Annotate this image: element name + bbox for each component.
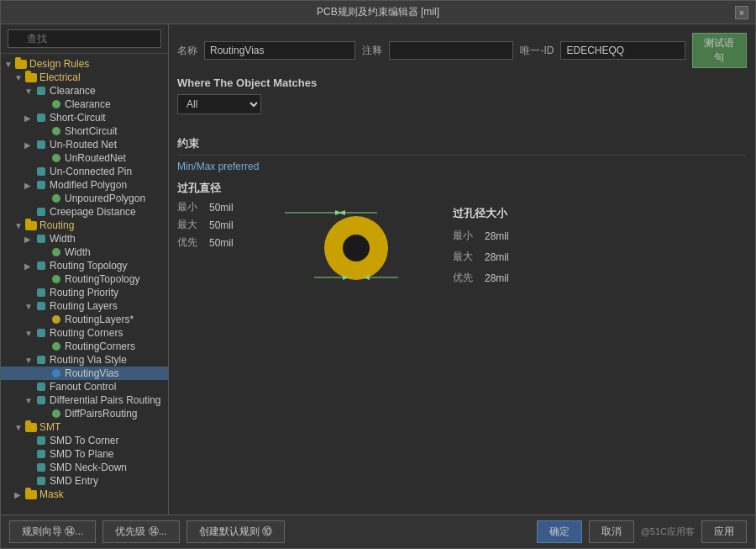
tree-label-clearance-item: Clearance (65, 98, 111, 110)
tree-item-modified-polygon[interactable]: ▶ Modified Polygon (1, 178, 168, 192)
min-label-hole: 最小 (453, 229, 478, 243)
pref-value-hole: 28mil (485, 272, 527, 284)
rule-icon-unconnected (34, 166, 48, 177)
rule-icon-smt-entry (34, 475, 48, 487)
tree-item-routing-layers-item[interactable]: RoutingLayers* (1, 313, 168, 326)
tree-label-electrical: Electrical (39, 71, 81, 83)
title-bar: PCB规则及约束编辑器 [mil] × (1, 1, 755, 24)
tree-item-smt-neck[interactable]: ▶ SMD Neck-Down (1, 461, 168, 474)
tree-item-routing-via-style[interactable]: ▼ Routing Via Style (1, 353, 168, 367)
rule-icon-smt-corner (34, 435, 48, 446)
constraints-section: 约束 Min/Max preferred 过孔直径 最小 50mil 最大 50… (177, 129, 747, 298)
cancel-button[interactable]: 取消 (589, 520, 634, 543)
tree-label-routing-priority: Routing Priority (50, 287, 118, 298)
arrow-routing-layers: ▼ (24, 302, 34, 311)
id-input[interactable] (560, 41, 685, 60)
tree-item-smt-entry[interactable]: ▶ SMD Entry (1, 474, 168, 488)
tree-label-unrouted-item: UnRoutedNet (65, 152, 126, 164)
rule-icon-short-circuit (34, 112, 48, 124)
tree-item-mask[interactable]: ▶ Mask (1, 488, 168, 501)
tree-label-rl-item: RoutingLayers* (65, 314, 134, 325)
tree-label-unrouted: Un-Routed Net (50, 139, 117, 150)
tree-item-short-circuit-item[interactable]: ShortCircuit (1, 124, 168, 138)
priority-button[interactable]: 优先级 ⑭... (102, 520, 179, 543)
arrow-smt-entry: ▶ (24, 477, 34, 486)
where-dropdown[interactable]: All (177, 94, 261, 114)
tree-label-routing-via-style: Routing Via Style (50, 354, 127, 366)
via-layout: 过孔直径 最小 50mil 最大 50mil 优先 50mil (177, 181, 747, 298)
search-input[interactable] (8, 29, 161, 48)
rule-icon-routing-via (34, 354, 48, 366)
tree-item-unrouted-group[interactable]: ▶ Un-Routed Net (1, 138, 168, 151)
tree-label-rt-item: RoutingTopology (65, 273, 139, 285)
rule-icon-rv-item (50, 367, 63, 379)
tree-item-diff-pairs[interactable]: ▼ Differential Pairs Routing (1, 393, 168, 407)
max-label-hole: 最大 (453, 250, 478, 264)
tree-item-smt[interactable]: ▼ SMT (1, 420, 168, 434)
pref-label-diameter: 优先 (177, 235, 202, 250)
close-button[interactable]: × (735, 6, 748, 19)
tree-item-width-item[interactable]: Width (1, 245, 168, 259)
arrow-unrouted: ▶ (24, 140, 34, 150)
tree-item-routing[interactable]: ▼ Routing (1, 219, 168, 232)
test-button[interactable]: 测试语句 (692, 33, 747, 68)
pref-value-diameter: 50mil (209, 237, 251, 249)
tree-item-smt-plane[interactable]: ▶ SMD To Plane (1, 447, 168, 461)
arrow-smt-corner: ▶ (24, 436, 34, 446)
rule-icon-smt-plane (34, 448, 48, 460)
arrow-width: ▶ (24, 235, 34, 244)
tree-item-unconnected-pin[interactable]: ▶ Un-Connected Pin (1, 165, 168, 178)
arrow-modified-polygon: ▶ (24, 181, 34, 190)
tree-item-routing-vias[interactable]: RoutingVias (1, 367, 168, 380)
tree-item-routing-priority[interactable]: ▶ Routing Priority (1, 286, 168, 299)
max-value-hole: 28mil (485, 251, 527, 263)
create-default-button[interactable]: 创建默认规则 ⑩ (186, 520, 285, 543)
tree-item-short-circuit-group[interactable]: ▶ Short-Circuit (1, 111, 168, 124)
comment-input[interactable] (389, 41, 513, 60)
tree-item-creepage[interactable]: ▶ Creepage Distance (1, 205, 168, 219)
tree-label-routing: Routing (39, 219, 74, 231)
max-label-diameter: 最大 (177, 218, 202, 232)
arrow-short-circuit: ▶ (24, 113, 34, 123)
tree-item-unpoured-polygon[interactable]: UnpouredPolygon (1, 192, 168, 205)
constraints-title: 约束 (177, 136, 747, 156)
tree-item-width-group[interactable]: ▶ Width (1, 232, 168, 245)
tree-label-fanout: Fanout Control (50, 381, 116, 393)
tree-label-short-circuit: Short-Circuit (50, 112, 106, 124)
tree-item-routing-corners[interactable]: ▼ Routing Corners (1, 326, 168, 340)
tree-item-design-rules[interactable]: ▼ Design Rules (1, 57, 168, 71)
apply-button[interactable]: 应用 (701, 520, 747, 543)
rule-icon-routing-priority (34, 287, 48, 298)
ok-button[interactable]: 确定 (537, 520, 582, 543)
rule-icon-fanout (34, 381, 48, 393)
tree-item-routing-topology-item[interactable]: RoutingTopology (1, 272, 168, 286)
rule-icon-modified-polygon (34, 179, 48, 191)
tree-label-design-rules: Design Rules (29, 58, 89, 70)
tree-label-width-item: Width (65, 246, 91, 258)
tree-label-routing-vias: RoutingVias (65, 367, 119, 379)
arrow-creepage: ▶ (24, 208, 34, 217)
min-label-diameter: 最小 (177, 200, 202, 214)
tree-label-dp-item: DiffPairsRouting (65, 408, 137, 420)
via-diagram (268, 181, 436, 298)
tree-item-fanout[interactable]: ▶ Fanout Control (1, 380, 168, 393)
watermark: @51C应用客 (641, 525, 695, 538)
name-input[interactable] (204, 41, 355, 60)
arrow-routing-corners: ▼ (24, 329, 34, 338)
main-content: ⌕ ▼ Design Rules ▼ (1, 24, 755, 515)
arrow-smt: ▼ (14, 423, 24, 432)
tree-item-diff-pairs-item[interactable]: DiffPairsRouting (1, 407, 168, 420)
rule-icon-routing-layers (34, 300, 48, 312)
tree-item-routing-corners-item[interactable]: RoutingCorners (1, 340, 168, 353)
tree-item-clearance-item[interactable]: Clearance (1, 98, 168, 111)
tree-item-clearance-group[interactable]: ▼ Clearance (1, 84, 168, 98)
rule-icon-diff-pairs (34, 394, 48, 406)
tree-item-smt-corner[interactable]: ▶ SMD To Corner (1, 434, 168, 447)
tree-item-routing-layers[interactable]: ▼ Routing Layers (1, 299, 168, 313)
comment-label: 注释 (362, 44, 382, 58)
tree-item-electrical[interactable]: ▼ Electrical (1, 71, 168, 84)
policy-wizard-button[interactable]: 规则向导 ⑭... (9, 520, 96, 543)
rule-icon-rc-item (50, 340, 63, 352)
tree-item-unrouted-item[interactable]: UnRoutedNet (1, 151, 168, 165)
tree-item-routing-topology[interactable]: ▶ Routing Topology (1, 259, 168, 272)
